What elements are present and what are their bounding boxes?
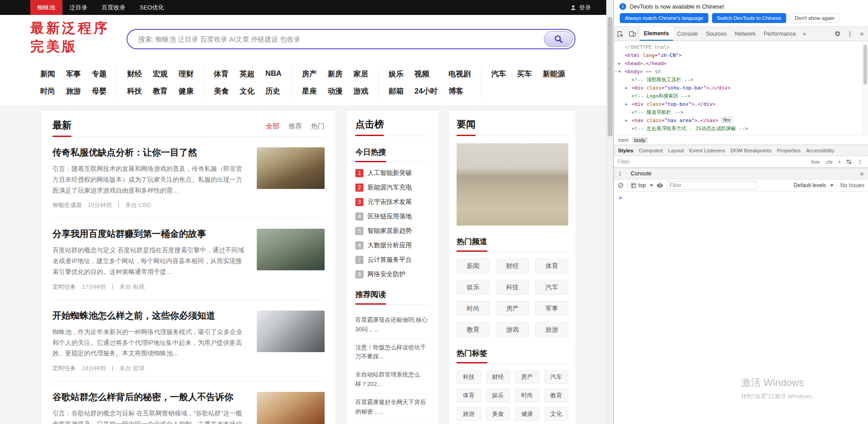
- device-toolbar-icon[interactable]: [626, 27, 638, 41]
- nav-channel[interactable]: 英超: [240, 69, 255, 79]
- nav-channel[interactable]: 军事: [66, 69, 81, 79]
- tab-console[interactable]: Console: [673, 27, 702, 41]
- breadcrumb-body[interactable]: body: [632, 137, 648, 143]
- nav-channel[interactable]: 文化: [240, 86, 255, 96]
- news-photo[interactable]: [457, 143, 568, 226]
- elements-tree-node[interactable]: ⋯▼<body> == $0: [614, 68, 862, 76]
- elements-scrollbar[interactable]: [862, 41, 868, 135]
- channel-button[interactable]: 体育: [535, 259, 568, 273]
- recommend-read-item[interactable]: 注意！吃饭怎么样这些坑千万不要踩...: [355, 339, 429, 367]
- console-filter-input[interactable]: [666, 181, 757, 190]
- kebab-menu-icon[interactable]: [844, 27, 856, 41]
- recommend-read-item[interactable]: 百度霸屏最好全网天下背后的秘密，...: [355, 394, 429, 421]
- nav-channel[interactable]: 财经: [127, 69, 142, 79]
- gear-icon[interactable]: [831, 27, 844, 41]
- hot-search-item[interactable]: 3 元宇宙技术发展: [355, 198, 429, 206]
- nav-channel[interactable]: 家居: [354, 69, 368, 79]
- page-scrollbar-thumb[interactable]: [608, 17, 613, 137]
- expand-arrow-icon[interactable]: ▶: [625, 117, 627, 125]
- channel-button[interactable]: 时尚: [457, 301, 490, 316]
- elements-tree-node[interactable]: ▶<nav class="nav area">…</nav>flex: [614, 117, 862, 125]
- more-tabs-icon[interactable]: »: [800, 30, 809, 37]
- search-input[interactable]: [127, 35, 544, 43]
- console-context-selector[interactable]: top: [631, 182, 653, 188]
- tag-button[interactable]: 健康: [515, 407, 539, 421]
- page-scrollbar[interactable]: [606, 0, 613, 424]
- nav-channel[interactable]: 娱乐: [389, 69, 404, 79]
- elements-tree-node[interactable]: <!-- Logo和搜索区 -->: [614, 92, 862, 100]
- nav-channel[interactable]: 新房: [328, 69, 343, 79]
- inspect-element-icon[interactable]: [614, 27, 626, 41]
- tab-network[interactable]: Network: [731, 27, 760, 41]
- article-source[interactable]: 定时任务: [52, 364, 76, 372]
- nav-channel[interactable]: 健康: [179, 86, 193, 96]
- nav-channel[interactable]: 新能源: [543, 69, 566, 79]
- collapse-arrow-icon[interactable]: ▼: [618, 68, 621, 76]
- expand-arrow-icon[interactable]: ▶: [625, 100, 627, 108]
- nav-channel[interactable]: 24小时: [415, 86, 438, 96]
- nav-channel[interactable]: 母婴: [92, 86, 107, 96]
- elements-scrollbar-thumb[interactable]: [863, 45, 867, 85]
- channel-button[interactable]: 旅游: [535, 322, 568, 337]
- nav-channel[interactable]: 旅游: [66, 86, 81, 96]
- elements-tree-node[interactable]: <html lang="zh-CN">: [614, 52, 862, 60]
- channel-button[interactable]: 教育: [457, 322, 490, 337]
- nav-channel[interactable]: 游戏: [354, 86, 368, 96]
- tag-button[interactable]: 体育: [457, 389, 481, 402]
- nav-channel[interactable]: 专题: [92, 69, 107, 79]
- article-thumbnail[interactable]: [257, 147, 325, 189]
- drawer-kebab-icon[interactable]: [614, 168, 626, 179]
- article-thumbnail[interactable]: [257, 229, 325, 270]
- nav-channel[interactable]: 星座: [302, 86, 317, 96]
- channel-button[interactable]: 新闻: [457, 259, 490, 273]
- drawer-tab-console[interactable]: Console: [626, 168, 656, 179]
- hot-search-item[interactable]: 1 人工智能新突破: [355, 169, 429, 177]
- match-language-button[interactable]: Always match Chrome's language: [620, 13, 708, 23]
- console-levels-dropdown[interactable]: Default levels: [794, 182, 834, 188]
- tag-button[interactable]: 财经: [486, 370, 510, 384]
- console-close-icon[interactable]: ×: [856, 168, 868, 179]
- nav-channel[interactable]: 房产: [302, 69, 317, 79]
- search-button[interactable]: [544, 31, 573, 47]
- tab-performance[interactable]: Performance: [760, 27, 800, 41]
- elements-tree-node[interactable]: <!-- 左右悬浮联系方式 - JS动态生成防屏蔽 -->: [614, 125, 862, 133]
- clear-console-icon[interactable]: [618, 182, 624, 188]
- recommend-read-item[interactable]: 全自动站群管理系统怎么样？202...: [355, 366, 429, 394]
- channel-button[interactable]: 军事: [535, 301, 568, 316]
- tag-button[interactable]: 时尚: [515, 389, 539, 402]
- nav-channel[interactable]: 动漫: [328, 86, 343, 96]
- channel-button[interactable]: 娱乐: [457, 280, 490, 295]
- nav-channel[interactable]: 新闻: [40, 69, 55, 79]
- article-title[interactable]: 开始蜘蛛池怎么样之前，这些你必须知道: [52, 310, 248, 322]
- eye-icon[interactable]: [656, 182, 663, 189]
- topbar-link-baidu-index[interactable]: 百度收录: [94, 0, 132, 15]
- tab-recommended[interactable]: 推荐: [288, 122, 302, 131]
- channel-button[interactable]: 汽车: [535, 280, 568, 295]
- nav-channel[interactable]: 体育: [214, 69, 229, 79]
- tag-button[interactable]: 文化: [544, 407, 569, 421]
- hot-search-item[interactable]: 2 新能源汽车充电: [355, 184, 429, 192]
- hot-search-item[interactable]: 8 网络安全防护: [355, 270, 429, 278]
- tab-styles[interactable]: Styles: [615, 148, 636, 153]
- elements-tree-node[interactable]: <!DOCTYPE html>: [614, 43, 862, 52]
- article-title[interactable]: 传奇私服优缺点分析：让你一目了然: [52, 146, 248, 159]
- tab-all[interactable]: 全部: [266, 122, 279, 131]
- console-prompt[interactable]: >: [614, 192, 868, 201]
- tag-button[interactable]: 汽车: [544, 370, 569, 384]
- recommend-read-item[interactable]: 独家解读：百度霸屏天下置换股权未...: [355, 421, 429, 424]
- styles-kebab-icon[interactable]: [855, 159, 864, 165]
- tab-elements[interactable]: Elements: [640, 27, 673, 41]
- article-origin[interactable]: 来自 篮球: [119, 364, 145, 372]
- tag-button[interactable]: 娱乐: [486, 389, 510, 402]
- nav-channel[interactable]: NBA: [265, 69, 282, 79]
- elements-tree-node[interactable]: ▶<div class="top-box">…</div>: [614, 100, 862, 108]
- toggle-hover-state[interactable]: :hov: [808, 159, 821, 165]
- hot-search-item[interactable]: 6 大数据分析应用: [355, 241, 429, 250]
- elements-tree-node[interactable]: ▶<head>…</head>: [614, 60, 862, 68]
- article-title[interactable]: 分享我用百度站群赚到第一桶金的故事: [52, 228, 248, 240]
- dont-show-again-button[interactable]: Don't show again: [790, 13, 840, 23]
- recommend-read-item[interactable]: 百度霸屏现在还能做吗 核心30问，...: [355, 311, 429, 339]
- issues-counter[interactable]: No Issues: [840, 182, 864, 188]
- tab-accessibility[interactable]: Accessibility: [803, 148, 837, 153]
- topbar-link-spider-pool[interactable]: 蜘蛛池: [30, 0, 62, 15]
